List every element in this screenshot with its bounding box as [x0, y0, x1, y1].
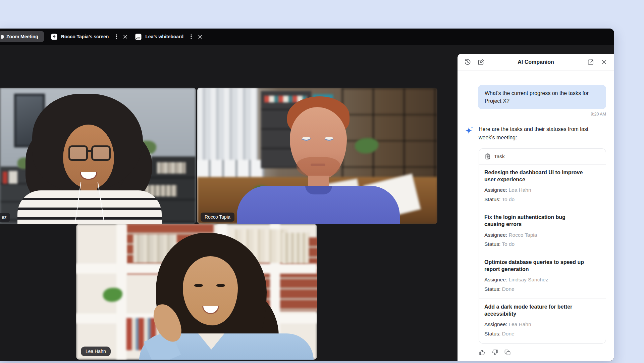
shelf-grid	[341, 88, 437, 188]
history-icon[interactable]	[463, 57, 472, 67]
zoom-meeting-window: Zoom Meeting Rocco Tapia’s screen Lea’s …	[0, 29, 614, 361]
user-message-bubble: What’s the current progress on the tasks…	[478, 85, 606, 109]
avatar-mouth	[311, 164, 325, 166]
tab-options-icon[interactable]	[113, 33, 119, 40]
task-item: Add a dark mode feature for better acces…	[479, 299, 606, 343]
copy-icon[interactable]	[504, 349, 511, 356]
plant-pot	[141, 153, 151, 162]
books	[157, 162, 186, 174]
tab-bar: Zoom Meeting Rocco Tapia’s screen Lea’s …	[0, 29, 614, 45]
task-card: Task Redesign the dashboard UI to improv…	[479, 148, 606, 344]
feedback-row	[479, 349, 606, 356]
task-item: Fix the login authentication bug causing…	[479, 209, 606, 254]
participant-video-lea[interactable]: Lea Hahn	[76, 224, 317, 360]
assignee-label: Assignee:	[484, 232, 507, 238]
avatar-eye	[216, 284, 225, 287]
task-card-title: Task	[494, 153, 505, 160]
camera-icon	[1, 35, 4, 39]
whiteboard-icon	[135, 34, 142, 40]
task-item: Redesign the dashboard UI to improve use…	[479, 165, 606, 209]
thumbs-up-icon[interactable]	[479, 349, 486, 356]
participant-name-label: ez	[0, 213, 10, 222]
glasses	[68, 145, 88, 161]
assistant-message: Here are the tasks and their statuses fr…	[464, 125, 606, 142]
user-message-text: What’s the current progress on the tasks…	[485, 89, 590, 105]
status-label: Status:	[484, 241, 500, 247]
tab-label: Lea’s whiteboard	[145, 34, 183, 39]
assignee-value: Lea Hahn	[508, 187, 531, 193]
pop-out-icon[interactable]	[586, 57, 595, 67]
assistant-intro-text: Here are the tasks and their statuses fr…	[479, 125, 591, 142]
participant-video-1[interactable]: ez	[0, 88, 196, 224]
avatar-eye	[194, 284, 203, 287]
tab-label: Zoom Meeting	[6, 34, 38, 39]
status-value: Done	[502, 331, 515, 336]
clipboard-check-icon	[484, 153, 491, 160]
task-title: Add a dark mode feature for better acces…	[484, 303, 586, 317]
book	[3, 172, 7, 184]
task-card-header: Task	[479, 149, 606, 165]
status-value: Done	[502, 286, 515, 292]
status-label: Status:	[484, 196, 500, 202]
close-icon[interactable]	[599, 57, 609, 67]
assignee-label: Assignee:	[484, 277, 507, 282]
glasses	[91, 145, 111, 161]
avatar-beard	[297, 157, 340, 178]
books	[282, 233, 309, 264]
participant-name-label: Lea Hahn	[81, 347, 111, 356]
thumbs-down-icon[interactable]	[491, 349, 498, 356]
assignee-value: Lea Hahn	[508, 321, 531, 327]
glasses	[87, 150, 93, 152]
tab-lea-whiteboard[interactable]: Lea’s whiteboard	[135, 33, 203, 40]
assignee-value: Lindsay Sanchez	[508, 277, 548, 282]
task-item: Optimize database queries to speed up re…	[479, 254, 606, 299]
status-value: To do	[502, 196, 515, 202]
message-timestamp: 9:20 AM	[458, 112, 606, 117]
assignee-label: Assignee:	[484, 321, 507, 327]
tab-close-icon[interactable]	[122, 34, 128, 40]
status-value: To do	[502, 241, 515, 247]
ai-companion-panel: AI Companion What’s the current progress…	[458, 54, 614, 361]
tab-label: Rocco Tapia’s screen	[61, 34, 109, 39]
striped-shirt	[17, 190, 162, 224]
avatar-eye	[325, 137, 333, 141]
tab-close-icon[interactable]	[197, 34, 203, 40]
assignee-label: Assignee:	[484, 187, 507, 193]
book	[9, 171, 17, 184]
share-screen-icon	[51, 34, 57, 40]
task-title: Optimize database queries to speed up re…	[484, 259, 586, 273]
ai-sparkle-icon	[464, 126, 474, 136]
compose-icon[interactable]	[476, 57, 486, 67]
assignee-value: Rocco Tapia	[508, 232, 537, 238]
tab-zoom-meeting[interactable]: Zoom Meeting	[0, 31, 44, 42]
status-label: Status:	[484, 286, 500, 292]
participant-video-rocco[interactable]: Rocco Tapia	[197, 88, 437, 224]
tab-rocco-screen[interactable]: Rocco Tapia’s screen	[51, 33, 128, 40]
task-title: Fix the login authentication bug causing…	[484, 214, 586, 228]
task-title: Redesign the dashboard UI to improve use…	[484, 169, 586, 183]
ai-panel-header: AI Companion	[458, 54, 614, 71]
participant-name-label: Rocco Tapia	[201, 213, 234, 222]
plant	[17, 157, 33, 169]
tab-options-icon[interactable]	[188, 33, 194, 40]
avatar-eye	[302, 137, 311, 141]
status-label: Status:	[484, 331, 500, 336]
